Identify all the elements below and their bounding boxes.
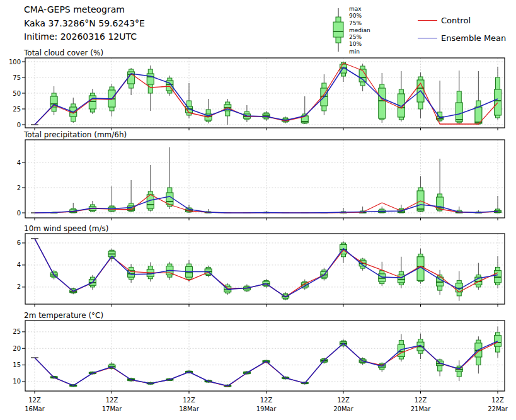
box-step-19 — [398, 334, 404, 362]
box-step-18 — [379, 207, 386, 213]
panel-title: Total cloud cover (%) — [23, 48, 103, 57]
box-step-9 — [205, 99, 212, 123]
box-step-4 — [108, 84, 115, 116]
x-tick-day-label: 20Mar — [333, 406, 353, 412]
box-step-15 — [321, 268, 328, 280]
box-step-13 — [282, 292, 289, 300]
panel-total-precipitation-mm-6h: Total precipitation (mm/6h)024 — [17, 130, 505, 220]
y-tick-label: 25 — [13, 106, 21, 113]
y-tick-label: 10 — [13, 378, 21, 385]
y-tick-label: 0 — [17, 210, 21, 217]
box-step-6 — [147, 165, 154, 212]
box-step-20 — [417, 72, 424, 118]
x-tick-day-label: 17Mar — [102, 406, 122, 412]
box-step-10 — [224, 99, 231, 125]
box-25-75 — [379, 274, 386, 281]
box-step-3 — [89, 201, 96, 212]
ensemble-mean-line — [35, 196, 498, 213]
box-25-75 — [495, 336, 502, 346]
y-tick-label: 2 — [17, 184, 21, 191]
x-tick-hour-label: 12Z — [337, 397, 350, 404]
box-step-24 — [495, 196, 502, 213]
y-tick-label: 0 — [17, 122, 21, 128]
box-step-19 — [398, 205, 404, 213]
box-step-21 — [437, 270, 444, 295]
box-25-75 — [398, 344, 404, 356]
box-25-75 — [456, 103, 462, 122]
box-step-11 — [243, 105, 250, 122]
x-tick-day-label: 19Mar — [256, 406, 277, 412]
box-25-75 — [495, 271, 502, 283]
y-tick-label: 50 — [13, 90, 21, 97]
meteogram-panels: Total cloud cover (%)0255075100Total pre… — [0, 0, 516, 420]
x-tick-hour-label: 12Z — [491, 397, 504, 404]
box-25-75 — [495, 89, 502, 115]
y-tick-label: 75 — [13, 74, 21, 81]
box-step-21 — [437, 159, 444, 212]
box-step-19 — [398, 71, 404, 122]
box-step-7 — [166, 147, 173, 209]
box-step-22 — [456, 360, 462, 381]
x-tick-hour-label: 12Z — [260, 397, 273, 404]
box-step-18 — [379, 262, 386, 287]
box-step-23 — [475, 263, 482, 290]
panel-2m-temperature-c: 2m temperature (°C)1015202512Z16Mar12Z17… — [13, 311, 508, 412]
box-step-19 — [398, 257, 404, 288]
box-step-5 — [128, 68, 135, 95]
box-step-24 — [495, 67, 502, 120]
box-step-22 — [456, 71, 462, 124]
box-step-21 — [437, 81, 444, 122]
x-tick-day-label: 18Mar — [179, 406, 199, 412]
panel-title: 2m temperature (°C) — [24, 311, 103, 320]
box-25-75 — [379, 88, 386, 118]
panel-10m-wind-speed-m-s: 10m wind speed (m/s)246 — [17, 224, 505, 307]
y-tick-label: 4 — [17, 261, 21, 268]
y-tick-label: 15 — [13, 361, 21, 368]
y-tick-label: 4 — [17, 159, 21, 166]
box-step-22 — [456, 271, 462, 301]
x-tick-hour-label: 12Z — [106, 397, 118, 404]
box-step-12 — [263, 111, 270, 121]
panel-title: 10m wind speed (m/s) — [24, 224, 108, 233]
box-step-24 — [495, 256, 502, 288]
box-step-14 — [301, 96, 308, 124]
x-tick-day-label: 16Mar — [25, 406, 45, 412]
box-step-23 — [475, 71, 482, 125]
x-tick-day-label: 21Mar — [411, 406, 431, 412]
panel-total-cloud-cover: Total cloud cover (%)0255075100 — [9, 48, 505, 130]
box-step-1 — [50, 86, 57, 115]
box-step-17 — [359, 258, 366, 271]
x-tick-hour-label: 12Z — [415, 397, 427, 404]
box-step-5 — [128, 264, 135, 283]
y-tick-label: 25 — [13, 328, 21, 335]
x-tick-day-label: 22Mar — [488, 406, 508, 412]
y-tick-label: 2 — [17, 283, 21, 290]
box-25-75 — [166, 193, 173, 205]
box-25-75 — [89, 96, 96, 109]
box-step-3 — [89, 89, 96, 114]
box-step-23 — [475, 336, 482, 373]
y-tick-label: 20 — [13, 345, 21, 352]
panel-frame — [25, 234, 505, 304]
panel-frame — [25, 321, 505, 391]
meteogram-page: CMA-GEPS meteogram Kaka 37.3286°N 59.624… — [0, 0, 516, 420]
box-step-20 — [417, 176, 424, 212]
box-25-75 — [147, 74, 154, 84]
y-tick-label: 6 — [17, 239, 21, 246]
panel-title: Total precipitation (mm/6h) — [23, 130, 127, 139]
x-tick-hour-label: 12Z — [28, 397, 41, 404]
x-tick-hour-label: 12Z — [183, 397, 195, 404]
box-step-8 — [186, 260, 193, 281]
y-tick-label: 100 — [9, 59, 21, 65]
box-step-6 — [147, 65, 154, 111]
